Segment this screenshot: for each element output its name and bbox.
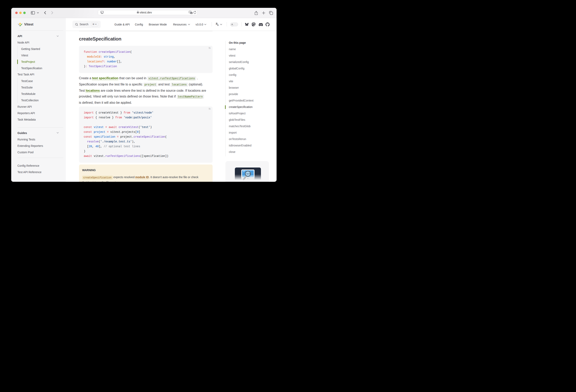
svg-text:A: A [217,24,219,26]
svg-text:</>: </> [246,173,251,175]
svg-text:文: 文 [191,12,192,14]
